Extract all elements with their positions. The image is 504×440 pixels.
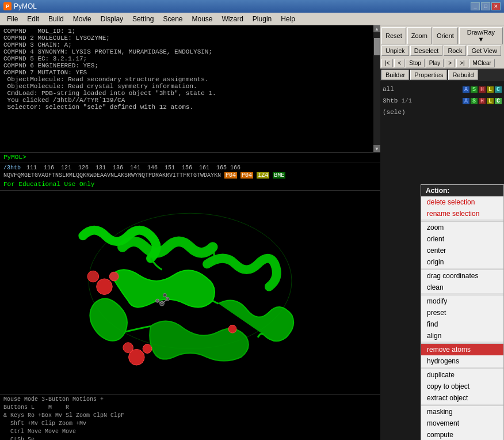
ctx-center[interactable]: center (421, 245, 503, 256)
obj-sele-name: (sele) (383, 109, 502, 116)
status-line-4: Shft +Mv Clip Zoom +Mv (3, 420, 377, 428)
status-line-6: CtSh Se (3, 436, 377, 440)
builder-button[interactable]: Builder (381, 70, 409, 80)
next-frame-button[interactable]: > (445, 59, 455, 67)
deselect-button[interactable]: Deselect (410, 45, 443, 56)
ctx-duplicate[interactable]: duplicate (421, 369, 503, 381)
console-line-4: COMPND 4 SYNONYM: LYSIS PROTEIN, MURAMID… (3, 48, 369, 55)
menu-setting[interactable]: Setting (128, 14, 158, 24)
app-icon: P (3, 2, 12, 10)
rebuild-button[interactable]: Rebuild (448, 70, 478, 80)
obj-all-badge-l[interactable]: L (487, 86, 494, 93)
scroll-down-button[interactable]: ▼ (373, 145, 380, 152)
menu-edit[interactable]: Edit (22, 14, 44, 24)
left-panel: COMPND MOL_ID: 1; COMPND 2 MOLECULE: LYS… (0, 25, 380, 440)
obj-all-name: all (383, 86, 461, 93)
toolbar: Reset Zoom Orient Draw/Ray ▼ Unpick Dese… (380, 25, 504, 58)
orient-button[interactable]: Orient (433, 27, 458, 44)
obj-3htb: 3htb 1/1 A S H L C (380, 95, 504, 107)
minimize-button[interactable]: _ (471, 2, 480, 10)
obj-3htb-badge-s[interactable]: S (471, 98, 478, 104)
getview-button[interactable]: Get View (467, 45, 501, 56)
obj-3htb-name: 3htb 1/1 (383, 97, 461, 104)
seq-res-bme: BME (273, 172, 285, 179)
play-button[interactable]: Play (426, 59, 444, 67)
builder-row: Builder Properties Rebuild (380, 69, 504, 81)
ctx-hydrogens[interactable]: hydrogens (421, 355, 503, 367)
console-line-5: COMPND 5 EC: 3.2.1.17; (3, 55, 369, 62)
obj-all-badge-a[interactable]: A (463, 86, 469, 93)
menu-mouse[interactable]: Mouse (187, 14, 217, 24)
console-line-10: CmdLoad: PDB-string loaded into object "… (3, 90, 369, 97)
obj-3htb-badge-l[interactable]: L (487, 98, 494, 104)
menu-scene[interactable]: Scene (158, 14, 187, 24)
menu-movie[interactable]: Movie (68, 14, 96, 24)
obj-3htb-badge-a[interactable]: A (463, 98, 469, 104)
svg-point-15 (228, 325, 236, 333)
console-scrollbar[interactable]: ▲ ▼ (373, 25, 380, 152)
console-line-8: ObjectMolecule: Read secondary structure… (3, 76, 369, 83)
close-button[interactable]: ✕ (491, 2, 501, 10)
menu-build[interactable]: Build (44, 14, 68, 24)
drawray-button[interactable]: Draw/Ray ▼ (459, 27, 503, 44)
console-line-2: COMPND 2 MOLECULE: LYSOZYME; (3, 35, 369, 41)
ctx-copy-to-object[interactable]: copy to object (421, 381, 503, 392)
ctx-rename-selection[interactable]: rename selection (421, 208, 503, 219)
menu-file[interactable]: File (2, 14, 22, 24)
context-menu: Action: delete selection rename selectio… (421, 184, 504, 440)
toolbar-row2: Unpick Deselect Rock Get View (381, 45, 503, 56)
unpick-button[interactable]: Unpick (381, 45, 409, 56)
ctx-orient[interactable]: orient (421, 233, 503, 245)
console-line-12: Selector: selection "sele" defined with … (3, 104, 369, 111)
last-frame-button[interactable]: >| (456, 59, 468, 67)
scroll-thumb[interactable] (374, 38, 380, 55)
menu-help[interactable]: Help (276, 14, 300, 24)
console-line-9: ObjectMolecule: Read crystal symmetry in… (3, 83, 369, 90)
scroll-up-button[interactable]: ▲ (373, 25, 380, 32)
obj-all-badge-h[interactable]: H (479, 86, 486, 93)
first-frame-button[interactable]: |< (381, 59, 393, 67)
console-line-6: COMPND 6 ENGINEERED: YES; (3, 62, 369, 69)
obj-all-badge-s[interactable]: S (471, 86, 478, 93)
ctx-find[interactable]: find (421, 318, 503, 330)
menu-display[interactable]: Display (96, 14, 128, 24)
obj-3htb-badge-h[interactable]: H (479, 98, 486, 104)
ctx-drag-coordinates[interactable]: drag coordinates (421, 270, 503, 282)
obj-3htb-badge-c[interactable]: C (495, 98, 502, 104)
3d-viewport[interactable] (0, 190, 380, 394)
ctx-header: Action: (421, 185, 503, 196)
ctx-movement[interactable]: movement (421, 418, 503, 429)
ctx-align[interactable]: align (421, 330, 503, 342)
prev-frame-button[interactable]: < (394, 59, 404, 67)
ctx-remove-atoms[interactable]: remove atoms (421, 344, 503, 355)
seq-name: /3htb (3, 165, 21, 171)
svg-point-13 (123, 343, 133, 353)
status-line-3: & Keys Ro +Box Mv Sl Zoom ClpN ClpF (3, 412, 377, 420)
ctx-modify[interactable]: modify (421, 295, 503, 307)
scroll-track (373, 32, 380, 145)
ctx-extract-object[interactable]: extract object (421, 392, 503, 404)
zoom-button[interactable]: Zoom (407, 27, 432, 44)
svg-point-4 (109, 272, 119, 281)
mclear-button[interactable]: MClear (469, 59, 495, 67)
ctx-masking[interactable]: masking (421, 406, 503, 418)
reset-button[interactable]: Reset (381, 27, 406, 44)
status-line-1: Mouse Mode 3-Button Motions + (3, 396, 377, 404)
menu-plugin[interactable]: Plugin (248, 14, 276, 24)
stop-button[interactable]: Stop (406, 59, 425, 67)
protein-structure (0, 191, 380, 394)
console-output: COMPND MOL_ID: 1; COMPND 2 MOLECULE: LYS… (0, 25, 380, 152)
seq-residues: NQVFQMGETGVAGFTNSLRMLQQKRWDEAAVNLAKSRWYN… (3, 172, 377, 179)
ctx-delete-selection[interactable]: delete selection (421, 196, 503, 208)
ctx-preset[interactable]: preset (421, 307, 503, 318)
rock-button[interactable]: Rock (444, 45, 466, 56)
obj-sele: (sele) (380, 107, 504, 118)
menu-wizard[interactable]: Wizard (217, 14, 248, 24)
ctx-zoom[interactable]: zoom (421, 222, 503, 233)
ctx-origin[interactable]: origin (421, 256, 503, 268)
maximize-button[interactable]: □ (481, 2, 490, 10)
properties-button[interactable]: Properties (410, 70, 447, 80)
obj-all-badge-c[interactable]: C (495, 86, 502, 93)
ctx-compute[interactable]: compute (421, 429, 503, 440)
ctx-clean[interactable]: clean (421, 282, 503, 293)
